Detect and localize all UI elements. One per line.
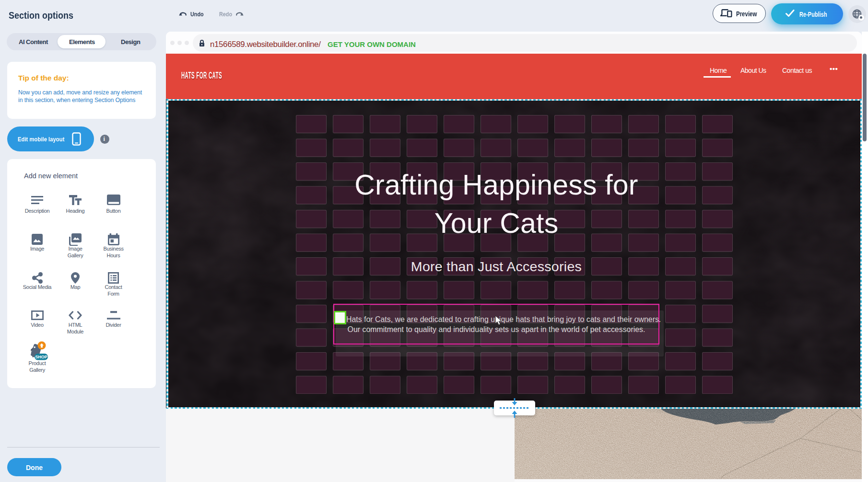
svg-text:SHOP: SHOP [35, 355, 47, 359]
